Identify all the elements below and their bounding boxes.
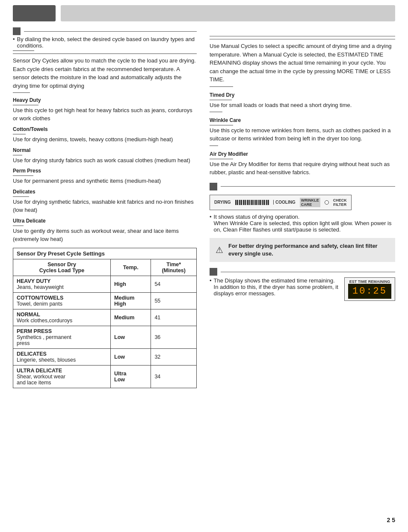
- cycle-heavy-duty: Heavy Duty Use this cycle to get high he…: [13, 97, 197, 123]
- intro-section: • By dialing the knob, select the desire…: [13, 25, 197, 51]
- manual-cycles-section: Use Manual Cycles to select a specific a…: [210, 36, 395, 87]
- col-header-temp: Temp.: [111, 259, 151, 276]
- page-header: [0, 0, 408, 25]
- table-cell-time: 32: [151, 348, 197, 365]
- est-time-section: • The Display shows the estimated time r…: [210, 268, 395, 301]
- table-cell-temp: MediumHigh: [111, 292, 151, 309]
- display-section: DRYING COOLING WRINKLECARE CHECKFILTER •…: [210, 183, 395, 233]
- table-row: ULTRA DELICATEShear, workout wearand lac…: [13, 365, 197, 388]
- table-cell-cycle: PERM PRESSSynthetics , permanentpress: [13, 326, 111, 348]
- section-icon: [13, 27, 21, 35]
- wrinkle-care-section: Wrinkle Care Use this cycle to remove wr…: [210, 117, 395, 146]
- cycle-normal: Normal Use for drying sturdy fabrics suc…: [13, 147, 197, 165]
- table-cell-temp: Low: [111, 348, 151, 365]
- table-cell-cycle: DELICATESLingerie, sheets, blouses: [13, 348, 111, 365]
- table-cell-cycle: HEAVY DUTYJeans, heavyweight: [13, 276, 111, 292]
- cycle-perm-press: Perm Press Use for permanent press and s…: [13, 168, 197, 185]
- table-title: Sensor Dry Preset Cycle Settings: [13, 248, 197, 259]
- preset-table: Sensor Dry Preset Cycle Settings Sensor …: [13, 248, 197, 388]
- left-column: • By dialing the knob, select the desire…: [13, 25, 197, 388]
- right-column: Use Manual Cycles to select a specific a…: [210, 25, 395, 388]
- est-bullet: • The Display shows the estimated time r…: [210, 277, 339, 297]
- header-dark-box: [13, 5, 56, 21]
- est-display-wrapper: • The Display shows the estimated time r…: [210, 277, 395, 301]
- table-cell-time: 36: [151, 326, 197, 348]
- table-cell-cycle: COTTON/TOWELSTowel, denim pants: [13, 292, 111, 309]
- display-section-icon: [210, 183, 217, 190]
- table-cell-time: 54: [151, 276, 197, 292]
- est-display-box: EST TIME REMAINING 10:25: [344, 277, 395, 301]
- table-cell-temp: UltraLow: [111, 365, 151, 388]
- page-number: 2 5: [387, 517, 395, 523]
- table-row: PERM PRESSSynthetics , permanentpressLow…: [13, 326, 197, 348]
- sensor-dry-section: Sensor Dry Cycles allow you to match the…: [13, 53, 197, 93]
- cycle-cotton-towels: Cotton/Towels Use for drying denims, tow…: [13, 126, 197, 144]
- est-section-icon: [210, 268, 217, 276]
- table-cell-time: 34: [151, 365, 197, 388]
- table-cell-cycle: NORMALWork clothes,corduroys: [13, 309, 111, 326]
- manual-cycles-text: Use Manual Cycles to select a specific a…: [210, 42, 395, 84]
- table-cell-temp: Medium: [111, 309, 151, 326]
- warning-box: ⚠ For better drying performance and safe…: [210, 238, 395, 262]
- table-row: COTTON/TOWELSTowel, denim pantsMediumHig…: [13, 292, 197, 309]
- est-time-label: EST TIME REMAINING: [348, 279, 391, 284]
- table-cell-time: 55: [151, 292, 197, 309]
- table-cell-cycle: ULTRA DELICATEShear, workout wearand lac…: [13, 365, 111, 388]
- intro-bullet: • By dialing the knob, select the desire…: [13, 36, 197, 49]
- cycles-list: Heavy Duty Use this cycle to get high he…: [13, 97, 197, 244]
- display-panel: DRYING COOLING WRINKLECARE CHECKFILTER: [210, 195, 352, 210]
- main-content: • By dialing the knob, select the desire…: [0, 25, 408, 388]
- display-bullet: • It shows status of drying operation. W…: [210, 214, 395, 233]
- warning-icon: ⚠: [216, 245, 223, 255]
- table-row: DELICATESLingerie, sheets, blousesLow32: [13, 348, 197, 365]
- timed-dry-section: Timed Dry Use for small loads or loads t…: [210, 92, 395, 113]
- status-light: [325, 200, 329, 205]
- sensor-dry-text: Sensor Dry Cycles allow you to match the…: [13, 56, 197, 90]
- air-dry-section: Air Dry Modifier Use the Air Dry Modifie…: [210, 151, 395, 177]
- table-row: HEAVY DUTYJeans, heavyweightHigh54: [13, 276, 197, 292]
- cycle-ultra-delicate: Ultra Delicate Use to gently dry items s…: [13, 218, 197, 244]
- warning-text: For better drying performance and safety…: [228, 242, 389, 258]
- table-cell-temp: Low: [111, 326, 151, 348]
- cycle-delicates: Delicates Use for drying synthetic fabri…: [13, 189, 197, 214]
- col-header-cycle: Sensor DryCycles Load Type: [13, 259, 111, 276]
- est-time-value: 10:25: [348, 284, 391, 299]
- check-filter-label: CHECKFILTER: [333, 198, 347, 207]
- progress-ticks: [235, 200, 269, 205]
- header-light-box: [61, 5, 395, 21]
- table-row: NORMALWork clothes,corduroysMedium41: [13, 309, 197, 326]
- col-header-time: Time*(Minutes): [151, 259, 197, 276]
- table-cell-time: 41: [151, 309, 197, 326]
- table-cell-temp: High: [111, 276, 151, 292]
